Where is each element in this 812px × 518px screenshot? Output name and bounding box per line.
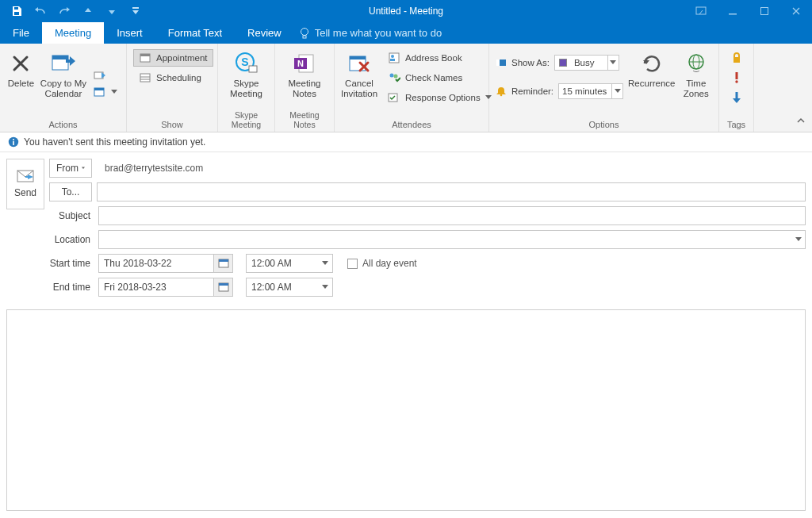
collapse-ribbon-button[interactable] bbox=[796, 116, 806, 127]
tell-me-label: Tell me what you want to do bbox=[315, 27, 442, 39]
envelope-icon bbox=[17, 170, 34, 182]
meeting-body-editor[interactable] bbox=[6, 309, 806, 511]
all-day-checkbox[interactable]: All day event bbox=[347, 258, 417, 269]
skype-icon: S bbox=[235, 52, 259, 75]
end-date-field[interactable]: Fri 2018-03-23 bbox=[98, 278, 233, 297]
delete-icon bbox=[10, 52, 32, 75]
svg-point-33 bbox=[500, 94, 503, 97]
svg-point-26 bbox=[391, 55, 394, 58]
save-button[interactable] bbox=[8, 2, 25, 20]
appointment-button[interactable]: Appointment bbox=[133, 49, 213, 67]
svg-rect-27 bbox=[390, 59, 395, 61]
start-date-field[interactable]: Thu 2018-03-22 bbox=[98, 254, 233, 273]
group-tags-label: Tags bbox=[726, 118, 747, 132]
group-show: Appointment Scheduling Show bbox=[127, 44, 218, 132]
reminder-combo[interactable]: 15 minutes bbox=[558, 83, 623, 99]
svg-rect-19 bbox=[249, 66, 257, 72]
tell-me-search[interactable]: Tell me what you want to do bbox=[294, 22, 442, 44]
start-time-label: Start time bbox=[49, 258, 94, 269]
minimize-button[interactable] bbox=[717, 0, 749, 22]
start-time-field[interactable]: 12:00 AM bbox=[246, 254, 333, 273]
time-zones-button[interactable]: Time Zones bbox=[680, 47, 712, 99]
redo-button[interactable] bbox=[56, 2, 73, 20]
subject-field[interactable] bbox=[98, 206, 806, 225]
ribbon-display-options[interactable] bbox=[685, 0, 717, 22]
check-names-button[interactable]: Check Names bbox=[382, 69, 497, 86]
svg-rect-0 bbox=[14, 7, 18, 10]
maximize-button[interactable] bbox=[749, 0, 780, 22]
forward-button[interactable] bbox=[91, 68, 120, 82]
show-as-combo[interactable]: Busy bbox=[554, 55, 619, 71]
copy-to-calendar-button[interactable]: Copy to My Calendar bbox=[40, 47, 86, 99]
from-button[interactable]: From bbox=[49, 159, 92, 178]
response-options-button[interactable]: Response Options bbox=[382, 89, 497, 106]
svg-point-5 bbox=[301, 28, 308, 35]
svg-rect-48 bbox=[219, 283, 228, 286]
skype-meeting-button[interactable]: S Skype Meeting bbox=[227, 47, 266, 99]
high-importance-button[interactable] bbox=[733, 71, 741, 86]
scheduling-icon bbox=[140, 72, 151, 83]
previous-item-button[interactable] bbox=[79, 2, 97, 20]
chevron-down-icon bbox=[615, 89, 621, 94]
svg-rect-8 bbox=[52, 56, 68, 59]
cancel-invitation-icon bbox=[347, 52, 371, 75]
minimize-icon bbox=[728, 6, 737, 16]
calendar-picker-icon bbox=[218, 258, 229, 269]
to-button[interactable]: To... bbox=[49, 182, 92, 201]
recurrence-icon bbox=[640, 52, 664, 75]
chevron-down-icon bbox=[322, 261, 328, 266]
location-dropdown[interactable] bbox=[791, 230, 806, 249]
svg-rect-2 bbox=[696, 7, 706, 14]
ribbon-options-icon bbox=[695, 6, 707, 16]
tab-file[interactable]: File bbox=[0, 22, 42, 44]
checkbox-icon bbox=[347, 259, 358, 269]
group-skype-meeting: S Skype Meeting Skype Meeting bbox=[218, 44, 275, 132]
undo-button[interactable] bbox=[32, 2, 49, 20]
svg-rect-37 bbox=[733, 57, 740, 63]
qat-customize-button[interactable] bbox=[127, 2, 144, 20]
lock-icon bbox=[731, 52, 742, 64]
ribbon: Delete Copy to My Calendar Actions bbox=[0, 44, 812, 132]
group-options-label: Options bbox=[496, 118, 712, 132]
next-item-button[interactable] bbox=[103, 2, 121, 20]
title-bar: Untitled - Meeting bbox=[0, 0, 812, 22]
group-actions: Delete Copy to My Calendar Actions bbox=[0, 44, 127, 132]
group-attendees-label: Attendees bbox=[341, 118, 482, 132]
svg-rect-14 bbox=[140, 74, 150, 82]
svg-rect-24 bbox=[350, 56, 366, 59]
window-controls bbox=[685, 0, 812, 22]
from-value: brad@terrytestsite.com bbox=[97, 163, 203, 174]
arrow-up-icon bbox=[83, 6, 93, 16]
tab-format-text[interactable]: Format Text bbox=[155, 22, 235, 44]
delete-button[interactable]: Delete bbox=[6, 47, 36, 89]
calendar-options-button[interactable] bbox=[91, 85, 120, 99]
end-time-field[interactable]: 12:00 AM bbox=[246, 278, 333, 297]
redo-icon bbox=[58, 6, 71, 16]
location-field[interactable] bbox=[98, 230, 791, 249]
cancel-invitation-button[interactable]: Cancel Invitation bbox=[341, 47, 377, 99]
show-as-icon bbox=[496, 57, 507, 68]
tab-review[interactable]: Review bbox=[235, 22, 294, 44]
low-importance-button[interactable] bbox=[732, 91, 741, 106]
tab-insert[interactable]: Insert bbox=[104, 22, 155, 44]
location-label: Location bbox=[49, 234, 94, 245]
info-bar: You haven't sent this meeting invitation… bbox=[0, 132, 812, 152]
calendar-small-icon bbox=[94, 86, 106, 98]
svg-point-28 bbox=[390, 74, 394, 78]
group-actions-label: Actions bbox=[6, 118, 120, 132]
tab-meeting[interactable]: Meeting bbox=[42, 22, 104, 44]
meeting-notes-button[interactable]: N Meeting Notes bbox=[285, 47, 324, 99]
address-book-button[interactable]: Address Book bbox=[382, 49, 497, 67]
info-icon bbox=[8, 136, 19, 148]
to-field[interactable] bbox=[97, 182, 806, 201]
svg-rect-32 bbox=[496, 59, 500, 66]
close-button[interactable] bbox=[780, 0, 812, 22]
scheduling-button[interactable]: Scheduling bbox=[133, 69, 213, 86]
maximize-icon bbox=[760, 6, 769, 16]
group-tags: Tags bbox=[719, 44, 754, 132]
globe-icon bbox=[685, 52, 707, 75]
private-button[interactable] bbox=[731, 52, 742, 67]
svg-rect-4 bbox=[761, 8, 768, 15]
recurrence-button[interactable]: Recurrence bbox=[628, 47, 675, 89]
send-button[interactable]: Send bbox=[6, 159, 44, 209]
